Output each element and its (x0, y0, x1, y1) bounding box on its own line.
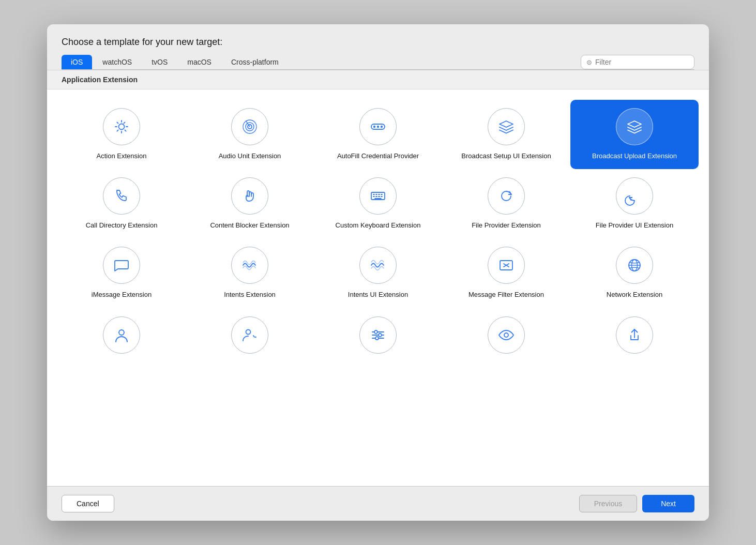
custom-keyboard-icon-circle (359, 177, 397, 215)
phone-icon (112, 186, 131, 206)
svg-point-32 (504, 333, 508, 337)
grid-item-file-provider[interactable]: File Provider Extension (442, 169, 570, 238)
audio-icon (240, 117, 260, 137)
globe-icon (625, 255, 644, 275)
grid-item-action[interactable]: Action Extension (57, 100, 186, 169)
next-button[interactable]: Next (642, 495, 694, 512)
grid-item-intents[interactable]: Intents Extension (186, 238, 314, 308)
svg-point-7 (381, 126, 383, 128)
partial4-icon-circle (488, 316, 525, 354)
grid-item-intents-ui[interactable]: Intents UI Extension (314, 238, 442, 308)
content-blocker-label: Content Blocker Extension (210, 221, 289, 230)
message-filter-label: Message Filter Extension (468, 290, 544, 299)
partial3-icon-circle (359, 316, 397, 354)
sliders-icon (368, 325, 388, 345)
tab-macos[interactable]: macOS (178, 55, 221, 69)
refresh-icon (496, 186, 516, 206)
imessage-icon-circle (103, 247, 140, 284)
tab-bar-left: iOS watchOS tvOS macOS Cross-platform (62, 55, 581, 69)
dialog: Choose a template for your new target: i… (47, 24, 709, 521)
svg-point-31 (375, 337, 379, 340)
audio-unit-label: Audio Unit Extension (219, 152, 281, 161)
content-blocker-icon-circle (231, 177, 268, 215)
intents-label: Intents Extension (224, 290, 276, 299)
message-filter-icon-circle (488, 247, 525, 284)
intents-icon-circle (231, 247, 268, 284)
person-icon (112, 325, 131, 345)
person2-icon (240, 325, 260, 345)
layers2-icon (625, 117, 644, 137)
grid-item-network[interactable]: Network Extension (570, 238, 699, 308)
tab-tvos[interactable]: tvOS (142, 55, 177, 69)
grid-item-partial4[interactable] (442, 308, 570, 368)
svg-point-29 (374, 330, 377, 334)
grid-item-call-directory[interactable]: Call Directory Extension (57, 169, 186, 238)
tab-ios[interactable]: iOS (62, 55, 92, 69)
intents-ui-icon-circle (359, 247, 397, 284)
svg-point-30 (379, 334, 382, 337)
tab-bar: iOS watchOS tvOS macOS Cross-platform ⊜ (62, 55, 694, 70)
filter-input[interactable] (595, 58, 689, 66)
grid-item-imessage[interactable]: iMessage Extension (57, 238, 186, 308)
call-directory-label: Call Directory Extension (86, 221, 158, 230)
tab-cross-platform[interactable]: Cross-platform (222, 55, 288, 69)
extensions-grid: Action Extension Audio Unit Extension (47, 89, 709, 379)
grid-item-partial3[interactable] (314, 308, 442, 368)
broadcast-upload-label: Broadcast Upload Extension (592, 152, 677, 161)
grid-item-content-blocker[interactable]: Content Blocker Extension (186, 169, 314, 238)
file-provider-ui-icon-circle (616, 177, 653, 215)
filter-box[interactable]: ⊜ (581, 55, 694, 69)
svg-point-25 (246, 329, 251, 334)
broadcast-upload-icon-circle (616, 108, 653, 145)
content-area: Application Extension Action Extension (47, 70, 709, 486)
hand-icon (240, 186, 260, 206)
footer-right: Previous Next (579, 495, 694, 512)
grid-item-autofill[interactable]: AutoFill Credential Provider (314, 100, 442, 169)
grid-item-message-filter[interactable]: Message Filter Extension (442, 238, 570, 308)
grid-item-partial2[interactable] (186, 308, 314, 368)
grid-item-file-provider-ui[interactable]: File Provider UI Extension (570, 169, 699, 238)
waves-icon (240, 255, 260, 275)
file-provider-label: File Provider Extension (472, 221, 541, 230)
svg-point-5 (373, 126, 375, 128)
audio-unit-icon-circle (231, 108, 268, 145)
tab-watchos[interactable]: watchOS (93, 55, 141, 69)
filter-icon: ⊜ (586, 58, 592, 66)
dialog-header: Choose a template for your new target: i… (47, 24, 709, 70)
network-icon-circle (616, 247, 653, 284)
broadcast-setup-label: Broadcast Setup UI Extension (461, 152, 551, 161)
refresh2-icon (625, 186, 644, 206)
grid-item-partial5[interactable] (570, 308, 699, 368)
keyboard-icon (368, 186, 388, 206)
partial5-icon-circle (616, 316, 653, 354)
grid-item-broadcast-setup[interactable]: Broadcast Setup UI Extension (442, 100, 570, 169)
layers-icon (496, 117, 516, 137)
file-provider-icon-circle (488, 177, 525, 215)
eye-icon (496, 325, 516, 345)
action-label: Action Extension (97, 152, 147, 161)
autofill-icon-circle (359, 108, 397, 145)
svg-point-0 (119, 124, 125, 130)
share-icon (625, 325, 644, 345)
box-x-icon (496, 255, 516, 275)
waves2-icon (368, 255, 388, 275)
file-provider-ui-label: File Provider UI Extension (596, 221, 673, 230)
call-directory-icon-circle (103, 177, 140, 215)
chat-icon (112, 255, 131, 275)
network-label: Network Extension (607, 290, 662, 299)
dots-icon (368, 117, 388, 137)
grid-item-partial1[interactable] (57, 308, 186, 368)
imessage-label: iMessage Extension (92, 290, 152, 299)
svg-point-24 (119, 330, 124, 335)
previous-button[interactable]: Previous (579, 495, 637, 512)
grid-item-audio-unit[interactable]: Audio Unit Extension (186, 100, 314, 169)
grid-item-broadcast-upload[interactable]: Broadcast Upload Extension (570, 100, 699, 169)
grid-item-custom-keyboard[interactable]: Custom Keyboard Extension (314, 169, 442, 238)
cancel-button[interactable]: Cancel (62, 495, 114, 512)
intents-ui-label: Intents UI Extension (348, 290, 408, 299)
custom-keyboard-label: Custom Keyboard Extension (336, 221, 421, 230)
partial2-icon-circle (231, 316, 268, 354)
broadcast-setup-icon-circle (488, 108, 525, 145)
dialog-title: Choose a template for your new target: (62, 37, 694, 48)
section-header: Application Extension (47, 70, 709, 89)
